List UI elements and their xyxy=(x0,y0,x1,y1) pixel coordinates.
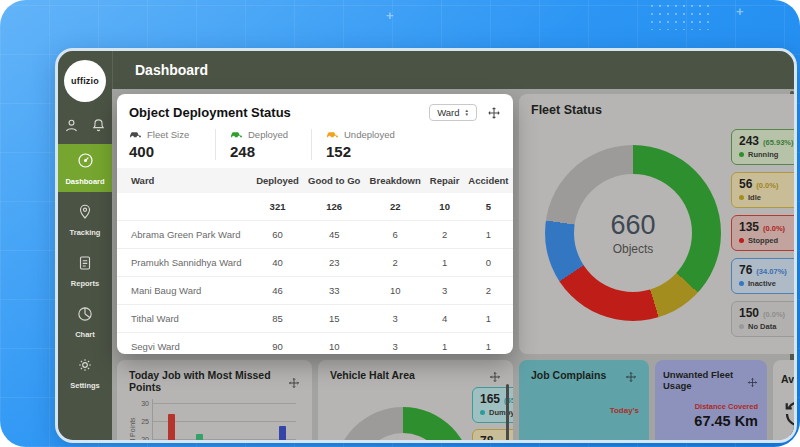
donut-total-value: 660 xyxy=(610,210,655,241)
bar-job-1[interactable] xyxy=(168,414,175,443)
legend-label: Running xyxy=(748,150,778,159)
legend-percent: (0.0%) xyxy=(763,224,785,233)
stat-label: Deployed xyxy=(248,129,288,140)
ward-deployment-table: WardDeployedGood to GoBreakdownRepairAcc… xyxy=(117,168,513,354)
fleet-status-donut-chart[interactable]: 660 Objects xyxy=(545,145,721,321)
user-icon[interactable] xyxy=(63,117,80,134)
dashboard-content: Object Deployment Status Ward ▲▼ xyxy=(112,89,794,440)
legend-value: 165 xyxy=(480,392,500,406)
sidebar-item-settings[interactable]: Settings xyxy=(58,349,112,396)
ward-filter-select[interactable]: Ward ▲▼ xyxy=(429,104,477,121)
table-cell: 1 xyxy=(464,305,513,333)
move-handle-icon[interactable] xyxy=(288,375,300,387)
legend-dot xyxy=(739,281,744,286)
sidebar-item-reports[interactable]: Reports xyxy=(58,247,112,294)
legend-item-stopped[interactable]: 135(0.0%)Stopped xyxy=(731,215,797,251)
screenshot-canvas: + + uffizio xyxy=(0,0,800,447)
stat-undeployed: Undeployed 152 xyxy=(311,129,407,160)
move-handle-icon[interactable] xyxy=(625,369,637,381)
avg-metric-card: Avg F xyxy=(773,360,797,443)
fleet-summary-stats: Fleet Size 400 Deployed 248 xyxy=(117,129,513,168)
uffizio-logo[interactable]: uffizio xyxy=(64,60,106,102)
move-handle-icon[interactable] xyxy=(747,374,759,386)
table-cell: 40 xyxy=(252,249,304,277)
bar-job-2[interactable] xyxy=(196,434,203,443)
table-cell: 4 xyxy=(425,305,463,333)
job-complains-card: Job Complains Today's 25 xyxy=(519,360,649,443)
y-axis-tick: 25 xyxy=(141,418,149,425)
legend-scrollbar[interactable] xyxy=(506,384,509,443)
y-axis-ticks: 3025201510 xyxy=(136,399,152,443)
bar-chart-plot-area xyxy=(152,399,300,443)
legend-dot xyxy=(739,324,744,329)
card-title: Vehicle Halt Area xyxy=(330,369,415,381)
stat-deployed: Deployed 248 xyxy=(215,129,311,160)
table-cell: 23 xyxy=(303,249,365,277)
tracking-pin-icon xyxy=(76,203,94,225)
move-handle-icon[interactable] xyxy=(795,103,797,117)
table-cell: 3 xyxy=(365,305,425,333)
table-cell: 1 xyxy=(425,249,463,277)
sidebar-item-label: Chart xyxy=(75,330,95,339)
reports-document-icon xyxy=(76,254,94,276)
legend-dot xyxy=(739,152,744,157)
move-handle-icon[interactable] xyxy=(487,106,501,120)
legend-value: 135 xyxy=(739,220,759,234)
table-cell: 3 xyxy=(365,333,425,355)
distance-covered-value: 67.45 Km xyxy=(694,413,758,429)
decorative-dots-pattern xyxy=(648,2,712,30)
table-cell: Tithal Ward xyxy=(117,305,252,333)
card-title: Unwanted Fleet Usage xyxy=(663,369,747,391)
bottom-right-row: Job Complains Today's 25 xyxy=(519,360,797,440)
table-cell: Abrama Green Park Ward xyxy=(117,221,252,249)
bottom-left-row: Today Job with Most Missed Points Missed… xyxy=(117,360,513,440)
legend-label: Inactive xyxy=(748,279,776,288)
vehicle-halt-donut-chart[interactable] xyxy=(334,407,472,443)
legend-value: 150 xyxy=(739,306,759,320)
sidebar-item-chart[interactable]: Chart xyxy=(58,298,112,345)
table-column-header: Breakdown xyxy=(365,168,425,193)
table-cell: 321 xyxy=(252,193,304,221)
y-axis-tick: 20 xyxy=(141,436,149,443)
legend-value: 78 xyxy=(480,434,493,443)
stat-value: 248 xyxy=(230,143,311,160)
app-window: uffizio xyxy=(55,48,797,443)
table-cell: 2 xyxy=(464,277,513,305)
table-cell: 5 xyxy=(464,193,513,221)
table-row: Segvi Ward9010311 xyxy=(117,333,513,355)
main-area: Dashboard Object Deployment Status Ward … xyxy=(112,51,794,440)
sidebar-item-dashboard[interactable]: Dashboard xyxy=(58,144,112,192)
bell-icon[interactable] xyxy=(90,117,107,134)
legend-label: Idle xyxy=(748,193,761,202)
decorative-plus-icon: + xyxy=(736,4,744,19)
move-handle-icon[interactable] xyxy=(489,369,501,381)
table-cell: 60 xyxy=(252,221,304,249)
legend-item-idle[interactable]: 56(0.0%)Idle xyxy=(731,172,797,208)
todays-badge: Today's xyxy=(610,406,639,415)
stat-value: 400 xyxy=(129,143,215,160)
table-row: Mani Baug Ward46331032 xyxy=(117,277,513,305)
table-row: Abrama Green Park Ward6045621 xyxy=(117,221,513,249)
sidebar-item-tracking[interactable]: Tracking xyxy=(58,196,112,243)
legend-item-no-data[interactable]: 150(0.0%)No Data xyxy=(731,301,797,337)
table-column-header: Deployed xyxy=(252,168,304,193)
legend-percent: (65.93%) xyxy=(763,138,793,147)
page-title: Dashboard xyxy=(135,62,208,78)
table-cell: 90 xyxy=(252,333,304,355)
stat-fleet-size: Fleet Size 400 xyxy=(129,129,215,160)
legend-label: Stopped xyxy=(748,236,778,245)
table-cell xyxy=(117,193,252,221)
legend-item-running[interactable]: 243(65.93%)Running xyxy=(731,129,797,165)
table-column-header: Accident xyxy=(464,168,513,193)
bar-job-5[interactable] xyxy=(279,426,286,443)
missed-points-bar-chart[interactable]: Missed Points 3025201510 xyxy=(129,399,300,443)
legend-item-inactive[interactable]: 76(34.07%)Inactive xyxy=(731,258,797,294)
legend-dot xyxy=(739,195,744,200)
sidebar-item-label: Tracking xyxy=(70,228,101,237)
table-cell: 10 xyxy=(365,277,425,305)
vehicle-halt-area-card: Vehicle Halt Area xyxy=(318,360,513,443)
table-row: Pramukh Sannidhya Ward4023210 xyxy=(117,249,513,277)
card-title: Object Deployment Status xyxy=(129,105,291,120)
gear-icon xyxy=(76,356,94,378)
legend-value: 56 xyxy=(739,177,752,191)
